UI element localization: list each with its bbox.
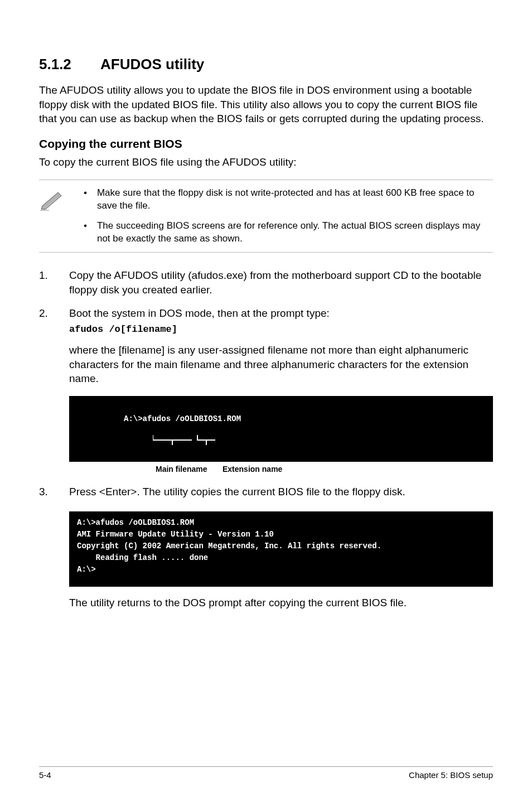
step-2: 2. Boot the system in DOS mode, then at … xyxy=(39,306,493,475)
step-content: Press <Enter>. The utility copies the cu… xyxy=(69,485,493,610)
sub-intro: To copy the current BIOS file using the … xyxy=(39,155,493,170)
step-text: Press <Enter>. The utility copies the cu… xyxy=(69,485,493,499)
intro-paragraph: The AFUDOS utility allows you to update … xyxy=(39,83,493,126)
step-content: Boot the system in DOS mode, then at the… xyxy=(69,306,493,475)
step-after-text: where the [filename] is any user-assigne… xyxy=(69,343,493,386)
note-block: • Make sure that the floppy disk is not … xyxy=(39,180,493,253)
step-1: 1. Copy the AFUDOS utility (afudos.exe) … xyxy=(39,268,493,297)
code-block-1: A:\>afudos /oOLDBIOS1.ROM xyxy=(69,396,493,462)
note-text: The succeeding BIOS screens are for refe… xyxy=(97,220,493,245)
section-heading: 5.1.2AFUDOS utility xyxy=(39,56,493,73)
page-number: 5-4 xyxy=(39,770,51,780)
svg-marker-0 xyxy=(41,192,61,209)
bullet-icon: • xyxy=(84,220,87,245)
steps-list: 1. Copy the AFUDOS utility (afudos.exe) … xyxy=(39,268,493,610)
page-footer: 5-4 Chapter 5: BIOS setup xyxy=(39,766,493,780)
step-3: 3. Press <Enter>. The utility copies the… xyxy=(39,485,493,610)
step-number: 2. xyxy=(39,306,52,475)
section-number: 5.1.2 xyxy=(39,56,100,73)
section-title: AFUDOS utility xyxy=(100,56,204,73)
chapter-label: Chapter 5: BIOS setup xyxy=(409,770,493,780)
filename-brackets xyxy=(153,412,248,468)
note-item: • Make sure that the floppy disk is not … xyxy=(84,187,493,212)
sub-heading: Copying the current BIOS xyxy=(39,137,493,151)
note-item: • The succeeding BIOS screens are for re… xyxy=(84,220,493,245)
bullet-icon: • xyxy=(84,187,87,212)
command-text: afudos /o[filename] xyxy=(69,323,493,336)
note-text: Make sure that the floppy disk is not wr… xyxy=(97,187,493,212)
pencil-icon xyxy=(39,187,72,246)
code-block-2: A:\>afudos /oOLDBIOS1.ROM AMI Firmware U… xyxy=(69,511,493,587)
step-number: 3. xyxy=(39,485,52,610)
filename-labels: Main filename Extension name xyxy=(69,464,493,475)
step-text: Boot the system in DOS mode, then at the… xyxy=(69,306,493,321)
note-list: • Make sure that the floppy disk is not … xyxy=(84,187,493,246)
step-number: 1. xyxy=(39,268,52,297)
step-content: Copy the AFUDOS utility (afudos.exe) fro… xyxy=(69,268,493,297)
closing-text: The utility returns to the DOS prompt af… xyxy=(69,596,493,610)
